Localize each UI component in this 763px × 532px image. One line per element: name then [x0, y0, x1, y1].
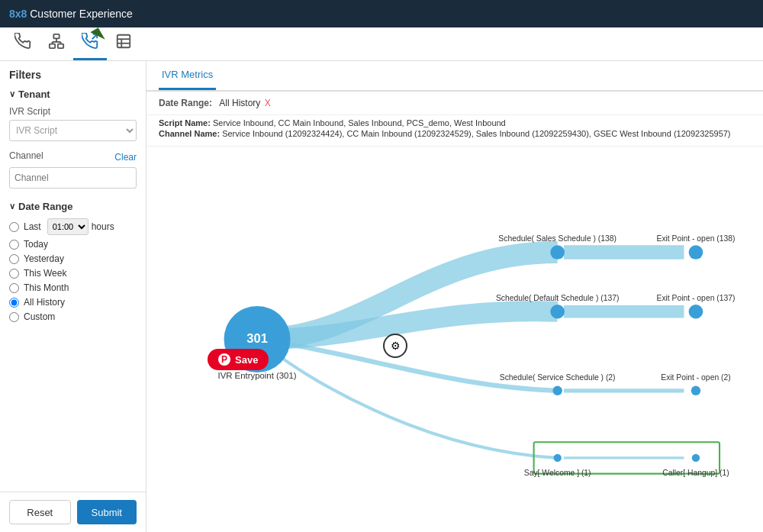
svg-rect-2 — [58, 44, 63, 48]
reset-button[interactable]: Reset — [9, 500, 71, 524]
app-logo: 8x8 Customer Experience — [9, 8, 133, 20]
svg-rect-0 — [53, 34, 59, 39]
save-label: Save — [235, 354, 258, 366]
say-welcome-label: Say[ Welcome ] (1) — [524, 469, 591, 477]
caller-hangup-node[interactable] — [692, 454, 700, 462]
filter-label: Date Range: — [159, 98, 212, 108]
say-welcome-node[interactable] — [553, 454, 561, 462]
svg-rect-1 — [50, 44, 55, 48]
report-icon — [115, 33, 132, 52]
nav-tab-report[interactable] — [107, 27, 140, 60]
exit-sales-label: Exit Point - open (138) — [656, 234, 735, 243]
date-range-chevron: ∨ — [9, 202, 15, 211]
submit-button[interactable]: Submit — [77, 500, 137, 524]
save-button[interactable]: P Save — [208, 349, 269, 370]
date-range-label: Date Range — [18, 201, 73, 212]
entry-label: IVR Entrypoint (301) — [217, 371, 296, 380]
sched-sales-label: Schedule( Sales Schedule ) (138) — [498, 234, 617, 243]
all-history-label: All History — [24, 297, 65, 308]
tenant-section-header[interactable]: ∨ Tenant — [9, 89, 137, 100]
radio-last-input[interactable] — [9, 222, 19, 232]
sched-default-label: Schedule( Default Schedule ) (137) — [496, 294, 620, 302]
script-name-value: Service Inbound, CC Main Inbound, Sales … — [213, 118, 506, 127]
sched-sales-node[interactable] — [550, 245, 565, 260]
ivr-metrics-tab[interactable]: IVR Metrics — [159, 61, 216, 90]
custom-label: Custom — [24, 311, 55, 322]
date-range-section: ∨ Date Range Last 01:00 hours Today Yest… — [9, 201, 137, 326]
settings-icon[interactable]: ⚙ — [383, 334, 407, 358]
sched-service-label: Schedule( Service Schedule ) (2) — [500, 373, 616, 382]
radio-today-input[interactable] — [9, 240, 19, 250]
info-bar: Script Name: Service Inbound, CC Main In… — [146, 115, 763, 147]
tenant-label: Tenant — [18, 89, 50, 100]
hours-label: hours — [92, 221, 114, 232]
ivr-script-select[interactable]: IVR Script — [9, 120, 137, 141]
nav-tab-org[interactable] — [40, 27, 73, 60]
radio-custom-input[interactable] — [9, 312, 19, 322]
today-label: Today — [24, 239, 48, 250]
channel-row: Channel Clear — [9, 150, 137, 164]
topbar: 8x8 Customer Experience — [0, 0, 763, 27]
svg-rect-8 — [118, 35, 130, 48]
hours-select[interactable]: 01:00 — [47, 218, 89, 235]
filter-remove[interactable]: X — [265, 98, 271, 108]
exit-service-label: Exit Point - open (2) — [661, 373, 730, 382]
channel-name-value: Service Inbound (12092324424), CC Main I… — [222, 129, 730, 138]
exit-default-label: Exit Point - open (137) — [656, 294, 735, 302]
flow-area: 301 IVR Entrypo — [146, 147, 763, 532]
sched-service-node[interactable] — [552, 386, 562, 395]
radio-yesterday-input[interactable] — [9, 254, 19, 264]
this-month-label: This Month — [24, 282, 69, 293]
this-week-label: This Week — [24, 268, 66, 279]
radio-yesterday: Yesterday — [9, 253, 137, 264]
radio-this-month-input[interactable] — [9, 283, 19, 293]
content-tabs: IVR Metrics — [146, 61, 763, 92]
channel-clear[interactable]: Clear — [114, 152, 137, 163]
script-name-key: Script Name: — [159, 118, 211, 127]
sidebar: Filters ∨ Tenant IVR Script IVR Script C… — [0, 61, 146, 532]
exit-sales-node[interactable] — [689, 245, 703, 260]
channel-label: Channel — [9, 150, 43, 161]
sidebar-bottom: Reset Submit — [0, 492, 146, 532]
filter-value: All History — [219, 98, 260, 108]
radio-this-week: This Week — [9, 268, 137, 279]
radio-last: Last 01:00 hours — [9, 218, 137, 235]
exit-default-node[interactable] — [689, 305, 703, 319]
yesterday-label: Yesterday — [24, 253, 64, 264]
channel-input[interactable] — [9, 167, 137, 189]
exit-service-node[interactable] — [691, 386, 700, 395]
date-range-header[interactable]: ∨ Date Range — [9, 201, 137, 212]
sidebar-title: Filters — [9, 69, 137, 81]
ivr-script-label: IVR Script — [9, 106, 137, 117]
radio-this-week-input[interactable] — [9, 269, 19, 279]
last-label: Last — [24, 221, 41, 232]
sched-default-node[interactable] — [550, 305, 565, 319]
nav-tab-phone[interactable] — [6, 27, 40, 60]
org-icon — [48, 33, 65, 52]
radio-this-month: This Month — [9, 282, 137, 293]
caller-hangup-label: Caller[ Hangup] (1) — [662, 469, 729, 477]
settings-glyph: ⚙ — [391, 340, 401, 352]
tenant-chevron: ∨ — [9, 89, 15, 99]
channel-name-key: Channel Name: — [159, 129, 220, 138]
phone-icon — [14, 33, 31, 52]
pin-icon: P — [218, 353, 230, 366]
radio-all-history: All History — [9, 297, 137, 308]
main-layout: Filters ∨ Tenant IVR Script IVR Script C… — [0, 61, 763, 532]
radio-today: Today — [9, 239, 137, 250]
script-name-line: Script Name: Service Inbound, CC Main In… — [159, 118, 751, 127]
channel-name-line: Channel Name: Service Inbound (120923244… — [159, 129, 751, 138]
entry-count: 301 — [246, 331, 268, 346]
radio-custom: Custom — [9, 311, 137, 322]
flow-svg: 301 IVR Entrypo — [146, 147, 763, 532]
filter-bar: Date Range: All History X — [146, 92, 763, 115]
nav-tabs-bar — [0, 27, 763, 61]
content-area: IVR Metrics Date Range: All History X Sc… — [146, 61, 763, 532]
radio-all-history-input[interactable] — [9, 298, 19, 308]
